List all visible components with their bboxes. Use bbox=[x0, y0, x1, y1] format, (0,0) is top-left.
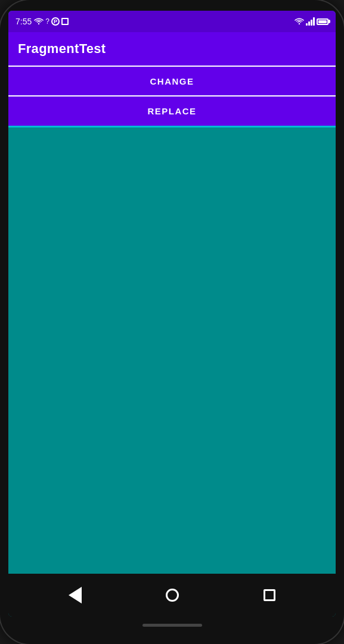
change-button[interactable]: CHANGE bbox=[8, 66, 336, 97]
back-icon bbox=[69, 587, 82, 603]
app-bar: FragmentTest bbox=[8, 32, 336, 66]
home-icon bbox=[166, 589, 179, 602]
p-icon: P bbox=[51, 17, 60, 26]
back-button[interactable] bbox=[60, 580, 90, 610]
svg-point-0 bbox=[38, 23, 39, 24]
phone-shell: 7:55 ? P bbox=[0, 0, 344, 644]
phone-bottom bbox=[8, 617, 336, 633]
question-icon: ? bbox=[45, 17, 49, 26]
status-icons-left: ? P bbox=[34, 16, 69, 27]
status-bar: 7:55 ? P bbox=[8, 11, 336, 32]
recent-button[interactable] bbox=[255, 580, 284, 610]
home-indicator bbox=[142, 624, 202, 627]
replace-button[interactable]: REPLACE bbox=[8, 97, 336, 127]
status-time: 7:55 bbox=[16, 17, 32, 26]
phone-screen: 7:55 ? P bbox=[8, 11, 336, 617]
recent-icon bbox=[264, 589, 275, 601]
wifi-icon bbox=[34, 16, 44, 27]
status-icons-right bbox=[295, 16, 328, 27]
wifi-right-icon bbox=[295, 16, 304, 27]
svg-point-1 bbox=[299, 23, 300, 24]
fragment-container bbox=[8, 127, 336, 574]
storage-icon bbox=[61, 18, 69, 25]
signal-bars-icon bbox=[306, 17, 315, 26]
nav-bar bbox=[8, 574, 336, 617]
home-button[interactable] bbox=[157, 580, 187, 610]
app-title: FragmentTest bbox=[18, 41, 106, 57]
status-bar-left: 7:55 ? P bbox=[16, 16, 69, 27]
battery-icon bbox=[317, 18, 328, 25]
